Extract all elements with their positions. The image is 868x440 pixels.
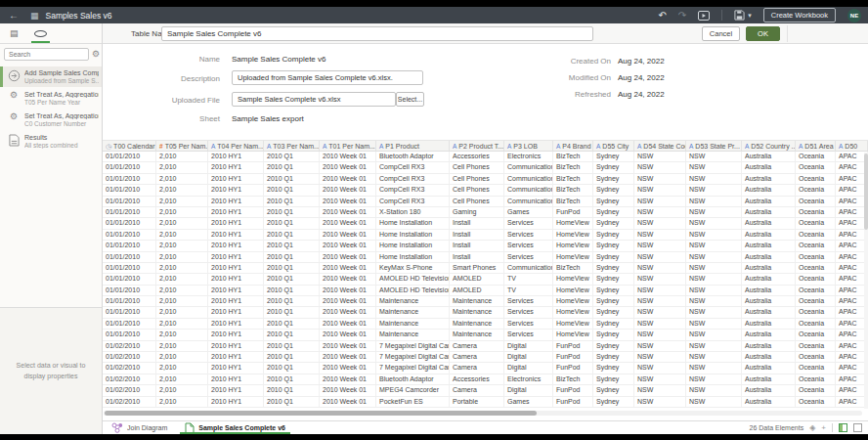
table-cell: Sydney bbox=[593, 397, 634, 408]
table-cell: Sydney bbox=[593, 252, 634, 263]
table-cell: Services bbox=[504, 296, 553, 307]
uploaded-file-input[interactable] bbox=[232, 92, 396, 107]
column-label: T04 Per Nam... bbox=[217, 143, 263, 150]
table-row: 01/01/20102,0102010 HY12010 Q12010 Week … bbox=[103, 286, 868, 296]
table-cell: 2010 HY1 bbox=[208, 385, 264, 396]
present-icon[interactable] bbox=[698, 11, 710, 21]
table-cell: 2010 Week 01 bbox=[320, 286, 376, 296]
table-cell: Sydney bbox=[593, 197, 634, 207]
table-name-input[interactable] bbox=[161, 26, 593, 41]
search-input[interactable] bbox=[4, 48, 89, 61]
column-header[interactable]: AD54 State Code bbox=[634, 141, 686, 151]
step-subtitle: T05 Per Name Year bbox=[24, 99, 99, 106]
table-cell: NSW bbox=[634, 207, 686, 218]
create-workbook-button[interactable]: Create Workbook bbox=[763, 8, 836, 22]
table-cell: NSW bbox=[686, 352, 742, 363]
table-cell: 2010 Q1 bbox=[264, 296, 320, 307]
text-type-icon: A bbox=[379, 143, 383, 150]
table-cell: TV bbox=[504, 286, 553, 296]
column-header[interactable]: AT03 Per Nam... bbox=[264, 141, 320, 151]
column-header[interactable]: AP3 LOB bbox=[504, 141, 553, 151]
table-cell: BizTech bbox=[553, 374, 593, 385]
column-label: D52 Country ... bbox=[751, 143, 796, 150]
column-header[interactable]: AD51 Area bbox=[796, 141, 836, 151]
save-icon bbox=[734, 10, 745, 21]
table-cell: 2010 HY1 bbox=[208, 341, 264, 352]
column-label: D51 Area bbox=[804, 143, 833, 150]
data-diagram-icon[interactable]: ◈ bbox=[809, 424, 815, 432]
column-header[interactable]: ◷T00 Calendar ... bbox=[103, 141, 156, 151]
tab-dataset[interactable]: Sample Sales Complete v6 bbox=[176, 421, 294, 434]
back-icon[interactable]: ← bbox=[9, 11, 19, 21]
table-cell: 7 Megapixel Digital Camera bbox=[376, 363, 450, 374]
table-cell: FunPod bbox=[553, 207, 593, 218]
select-file-button[interactable]: Select... bbox=[396, 92, 424, 107]
save-button[interactable]: ▾ bbox=[734, 10, 752, 21]
table-cell: NSW bbox=[634, 230, 686, 241]
table-cell: 2,010 bbox=[156, 286, 208, 296]
tab-join-diagram[interactable]: Join Diagram bbox=[103, 421, 176, 434]
sidebar-step[interactable]: Add Sample Sales Compl...Uploaded from S… bbox=[0, 66, 102, 87]
horizontal-scrollbar[interactable] bbox=[104, 411, 862, 416]
column-header[interactable]: AD52 Country ... bbox=[742, 141, 796, 151]
column-header[interactable]: #T05 Per Nam... bbox=[156, 141, 208, 151]
cancel-button[interactable]: Cancel bbox=[702, 26, 740, 41]
table-cell: Australia bbox=[742, 397, 796, 408]
table-row: 01/02/20102,0102010 HY12010 Q12010 Week … bbox=[103, 385, 868, 396]
undo-icon[interactable]: ↶ bbox=[658, 10, 666, 21]
table-cell: BizTech bbox=[553, 162, 593, 173]
table-cell: 2,010 bbox=[156, 307, 208, 318]
uploaded-file-label: Uploaded File bbox=[103, 96, 220, 105]
column-header[interactable]: AD55 City bbox=[593, 141, 634, 151]
gear-icon[interactable]: ⚙ bbox=[92, 50, 100, 59]
table-cell: Camera bbox=[450, 341, 504, 352]
table-cell: Digital bbox=[504, 385, 553, 396]
table-cell: 2,010 bbox=[156, 319, 208, 330]
table-cell: Electronics bbox=[504, 152, 553, 162]
dataset-file-icon bbox=[185, 422, 195, 434]
horizontal-scrollbar-thumb[interactable] bbox=[105, 411, 537, 416]
column-header[interactable]: AP1 Product bbox=[376, 141, 450, 151]
avatar[interactable]: NE bbox=[847, 9, 861, 22]
column-header[interactable]: AT04 Per Nam... bbox=[208, 141, 264, 151]
column-header[interactable]: AD50 bbox=[836, 141, 868, 151]
description-input[interactable] bbox=[232, 70, 423, 85]
table-cell: Australia bbox=[742, 207, 796, 218]
vertical-scrollbar-thumb[interactable] bbox=[864, 154, 868, 230]
table-cell: FunPod bbox=[553, 397, 593, 408]
table-row: 01/02/20102,0102010 HY12010 Q12010 Week … bbox=[103, 363, 868, 374]
redo-icon[interactable]: ↷ bbox=[678, 10, 686, 21]
number-type-icon: # bbox=[159, 143, 163, 150]
column-header[interactable]: AD53 State Pr... bbox=[686, 141, 742, 151]
table-cell: 01/01/2010 bbox=[103, 307, 156, 318]
quality-insights-icon[interactable]: + bbox=[821, 424, 826, 432]
tab-data-panel[interactable]: ▤ bbox=[8, 23, 21, 43]
bottom-bar-right: 26 Data Elements ◈ + bbox=[750, 423, 868, 432]
vertical-scrollbar[interactable] bbox=[864, 153, 868, 409]
table-cell: NSW bbox=[686, 174, 742, 185]
table-cell: Sydney bbox=[593, 230, 634, 241]
sidebar-step[interactable]: ⚙Set Treat As, AggregationC0 Customer Nu… bbox=[0, 110, 102, 130]
table-cell: CompCell RX3 bbox=[376, 174, 450, 185]
table-cell: AMOLED bbox=[450, 286, 504, 296]
top-bar: ← ▦ Samples Sales v6 ↶ ↷ ▾ Create Workbo… bbox=[0, 7, 868, 23]
table-cell: Install bbox=[450, 230, 504, 241]
table-cell: NSW bbox=[686, 274, 742, 285]
column-header[interactable]: AT01 Per Nam... bbox=[320, 141, 376, 151]
panel-view-toggle-icon[interactable] bbox=[839, 423, 847, 432]
ok-button[interactable]: OK bbox=[746, 26, 780, 41]
table-cell: 2010 HY1 bbox=[208, 197, 264, 207]
table-cell: Install bbox=[450, 218, 504, 229]
tab-preparation-scripts[interactable] bbox=[32, 23, 49, 43]
sidebar-step[interactable]: ⚙Set Treat As, AggregationT05 Per Name Y… bbox=[0, 88, 102, 109]
table-cell: Australia bbox=[742, 162, 796, 173]
table-cell: CompCell RX3 bbox=[376, 185, 450, 196]
sidebar-step[interactable]: ResultsAll steps combined bbox=[0, 131, 102, 152]
full-view-toggle-icon[interactable] bbox=[853, 423, 862, 432]
table-cell: 2010 Week 01 bbox=[320, 397, 376, 408]
table-cell: Oceania bbox=[796, 385, 836, 396]
column-header[interactable]: AP2 Product T... bbox=[450, 141, 504, 151]
table-cell: HomeView bbox=[553, 218, 593, 229]
column-header[interactable]: AP4 Brand bbox=[553, 141, 593, 151]
table-cell: 7 Megapixel Digital Camera bbox=[376, 341, 450, 352]
